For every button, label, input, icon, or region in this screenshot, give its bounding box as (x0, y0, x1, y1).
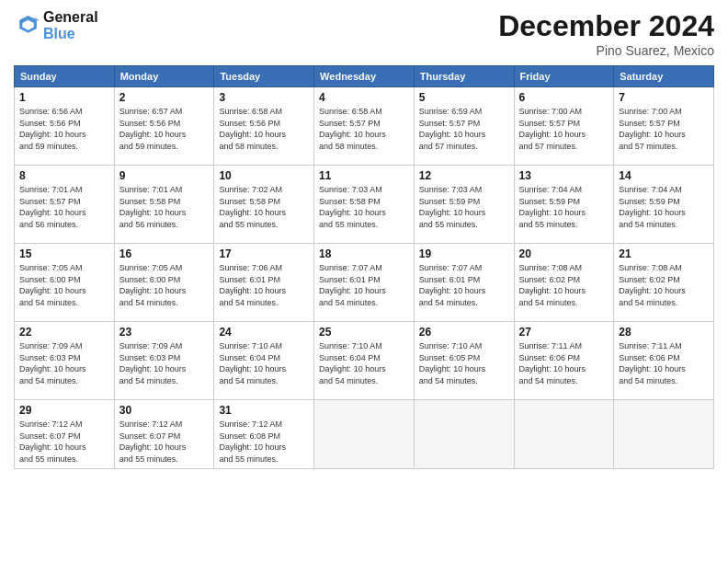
header-sunday: Sunday (15, 66, 115, 87)
day-number: 22 (19, 326, 109, 339)
day-info: Sunrise: 6:58 AMSunset: 5:57 PMDaylight:… (319, 106, 409, 152)
day-info: Sunrise: 6:58 AMSunset: 5:56 PMDaylight:… (219, 106, 309, 152)
table-row: 20Sunrise: 7:08 AMSunset: 6:02 PMDayligh… (514, 244, 614, 322)
day-info: Sunrise: 7:00 AMSunset: 5:57 PMDaylight:… (619, 106, 709, 152)
header-wednesday: Wednesday (314, 66, 415, 87)
day-number: 8 (19, 169, 109, 182)
day-info: Sunrise: 7:12 AMSunset: 6:08 PMDaylight:… (219, 419, 309, 465)
table-row (614, 400, 714, 469)
day-info: Sunrise: 7:01 AMSunset: 5:57 PMDaylight:… (19, 184, 109, 230)
table-row: 5Sunrise: 6:59 AMSunset: 5:57 PMDaylight… (414, 87, 514, 166)
day-info: Sunrise: 7:04 AMSunset: 5:59 PMDaylight:… (519, 184, 609, 230)
table-row: 18Sunrise: 7:07 AMSunset: 6:01 PMDayligh… (314, 244, 415, 322)
table-row: 19Sunrise: 7:07 AMSunset: 6:01 PMDayligh… (414, 244, 514, 322)
day-number: 23 (119, 326, 210, 339)
day-info: Sunrise: 7:07 AMSunset: 6:01 PMDaylight:… (419, 262, 509, 308)
table-row: 7Sunrise: 7:00 AMSunset: 5:57 PMDaylight… (614, 87, 714, 166)
day-number: 15 (19, 247, 109, 260)
logo: General Blue (14, 9, 98, 42)
day-info: Sunrise: 7:03 AMSunset: 5:58 PMDaylight:… (319, 184, 409, 230)
table-row: 8Sunrise: 7:01 AMSunset: 5:57 PMDaylight… (15, 166, 115, 244)
day-number: 19 (419, 247, 509, 260)
day-info: Sunrise: 7:11 AMSunset: 6:06 PMDaylight:… (619, 340, 709, 386)
table-row: 13Sunrise: 7:04 AMSunset: 5:59 PMDayligh… (514, 166, 614, 244)
table-row: 2Sunrise: 6:57 AMSunset: 5:56 PMDaylight… (114, 87, 214, 166)
table-row: 27Sunrise: 7:11 AMSunset: 6:06 PMDayligh… (514, 322, 614, 400)
day-number: 31 (219, 404, 309, 417)
day-number: 5 (419, 91, 509, 104)
table-row: 10Sunrise: 7:02 AMSunset: 5:58 PMDayligh… (214, 166, 314, 244)
day-number: 27 (519, 326, 609, 339)
day-info: Sunrise: 7:09 AMSunset: 6:03 PMDaylight:… (19, 340, 109, 386)
table-row: 11Sunrise: 7:03 AMSunset: 5:58 PMDayligh… (314, 166, 415, 244)
table-row (314, 400, 415, 469)
calendar-table: Sunday Monday Tuesday Wednesday Thursday… (14, 65, 714, 469)
day-info: Sunrise: 7:11 AMSunset: 6:06 PMDaylight:… (519, 340, 609, 386)
location: Pino Suarez, Mexico (498, 43, 714, 58)
header: General Blue December 2024 Pino Suarez, … (14, 9, 714, 58)
day-info: Sunrise: 7:06 AMSunset: 6:01 PMDaylight:… (219, 262, 309, 308)
calendar-header-row: Sunday Monday Tuesday Wednesday Thursday… (15, 66, 714, 87)
header-tuesday: Tuesday (214, 66, 314, 87)
day-info: Sunrise: 7:01 AMSunset: 5:58 PMDaylight:… (119, 184, 210, 230)
header-saturday: Saturday (614, 66, 714, 87)
day-info: Sunrise: 7:10 AMSunset: 6:04 PMDaylight:… (319, 340, 409, 386)
logo-icon (14, 13, 40, 39)
page: General Blue December 2024 Pino Suarez, … (0, 0, 728, 563)
day-info: Sunrise: 7:09 AMSunset: 6:03 PMDaylight:… (119, 340, 210, 386)
logo-text: General Blue (43, 9, 98, 42)
table-row: 31Sunrise: 7:12 AMSunset: 6:08 PMDayligh… (214, 400, 314, 469)
table-row: 17Sunrise: 7:06 AMSunset: 6:01 PMDayligh… (214, 244, 314, 322)
header-thursday: Thursday (414, 66, 514, 87)
day-info: Sunrise: 7:03 AMSunset: 5:59 PMDaylight:… (419, 184, 509, 230)
table-row: 21Sunrise: 7:08 AMSunset: 6:02 PMDayligh… (614, 244, 714, 322)
day-number: 2 (119, 91, 210, 104)
day-number: 17 (219, 247, 309, 260)
table-row: 4Sunrise: 6:58 AMSunset: 5:57 PMDaylight… (314, 87, 415, 166)
table-row (514, 400, 614, 469)
day-number: 14 (619, 169, 709, 182)
day-number: 9 (119, 169, 210, 182)
day-info: Sunrise: 6:57 AMSunset: 5:56 PMDaylight:… (119, 106, 210, 152)
table-row: 15Sunrise: 7:05 AMSunset: 6:00 PMDayligh… (15, 244, 115, 322)
table-row (414, 400, 514, 469)
day-number: 3 (219, 91, 309, 104)
day-number: 1 (19, 91, 109, 104)
day-number: 25 (319, 326, 409, 339)
table-row: 1Sunrise: 6:56 AMSunset: 5:56 PMDaylight… (15, 87, 115, 166)
day-number: 7 (619, 91, 709, 104)
table-row: 29Sunrise: 7:12 AMSunset: 6:07 PMDayligh… (15, 400, 115, 469)
day-number: 11 (319, 169, 409, 182)
day-info: Sunrise: 7:12 AMSunset: 6:07 PMDaylight:… (19, 419, 109, 465)
table-row: 14Sunrise: 7:04 AMSunset: 5:59 PMDayligh… (614, 166, 714, 244)
table-row: 25Sunrise: 7:10 AMSunset: 6:04 PMDayligh… (314, 322, 415, 400)
table-row: 24Sunrise: 7:10 AMSunset: 6:04 PMDayligh… (214, 322, 314, 400)
table-row: 12Sunrise: 7:03 AMSunset: 5:59 PMDayligh… (414, 166, 514, 244)
day-info: Sunrise: 6:56 AMSunset: 5:56 PMDaylight:… (19, 106, 109, 152)
day-number: 6 (519, 91, 609, 104)
table-row: 9Sunrise: 7:01 AMSunset: 5:58 PMDaylight… (114, 166, 214, 244)
day-info: Sunrise: 7:05 AMSunset: 6:00 PMDaylight:… (19, 262, 109, 308)
day-info: Sunrise: 7:08 AMSunset: 6:02 PMDaylight:… (519, 262, 609, 308)
day-number: 10 (219, 169, 309, 182)
day-number: 28 (619, 326, 709, 339)
day-number: 16 (119, 247, 210, 260)
day-number: 18 (319, 247, 409, 260)
table-row: 16Sunrise: 7:05 AMSunset: 6:00 PMDayligh… (114, 244, 214, 322)
table-row: 3Sunrise: 6:58 AMSunset: 5:56 PMDaylight… (214, 87, 314, 166)
day-number: 26 (419, 326, 509, 339)
day-info: Sunrise: 7:12 AMSunset: 6:07 PMDaylight:… (119, 419, 210, 465)
day-number: 20 (519, 247, 609, 260)
title-block: December 2024 Pino Suarez, Mexico (498, 9, 714, 58)
table-row: 30Sunrise: 7:12 AMSunset: 6:07 PMDayligh… (114, 400, 214, 469)
day-info: Sunrise: 7:10 AMSunset: 6:05 PMDaylight:… (419, 340, 509, 386)
day-number: 13 (519, 169, 609, 182)
table-row: 28Sunrise: 7:11 AMSunset: 6:06 PMDayligh… (614, 322, 714, 400)
day-number: 12 (419, 169, 509, 182)
day-info: Sunrise: 7:10 AMSunset: 6:04 PMDaylight:… (219, 340, 309, 386)
day-number: 29 (19, 404, 109, 417)
table-row: 26Sunrise: 7:10 AMSunset: 6:05 PMDayligh… (414, 322, 514, 400)
day-number: 21 (619, 247, 709, 260)
day-info: Sunrise: 7:02 AMSunset: 5:58 PMDaylight:… (219, 184, 309, 230)
day-number: 24 (219, 326, 309, 339)
